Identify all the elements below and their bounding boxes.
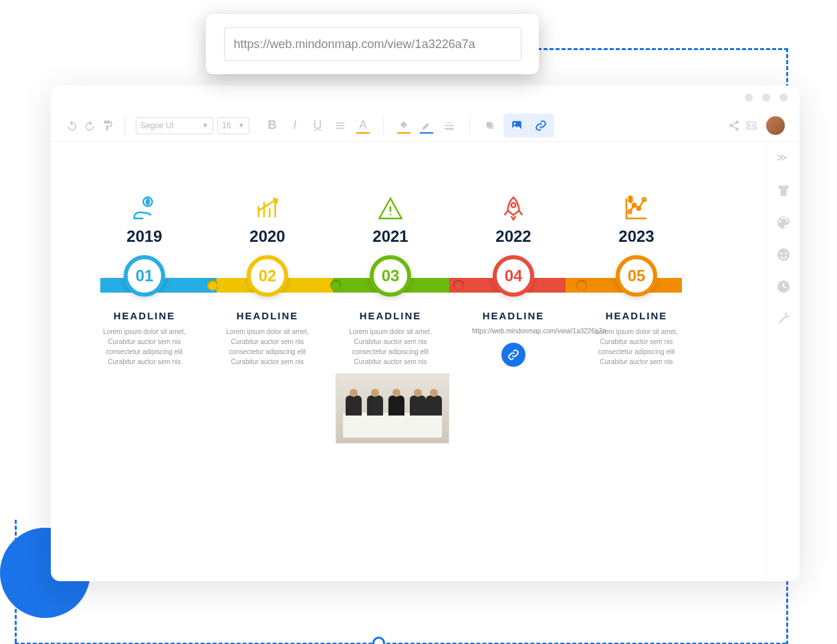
theme-tshirt-icon[interactable]: [776, 183, 791, 198]
timeline-year: 2022: [459, 227, 568, 246]
timeline-notch: [576, 280, 587, 291]
timeline-number: 05: [628, 267, 646, 285]
chevron-down-icon: ▼: [238, 122, 245, 129]
svg-point-17: [642, 198, 646, 201]
format-painter-button[interactable]: [100, 119, 114, 132]
warning-icon: [336, 192, 445, 224]
share-url-input[interactable]: [224, 27, 521, 61]
svg-point-7: [777, 249, 789, 261]
timeline-number-ring: 01: [124, 255, 165, 297]
undo-button[interactable]: [66, 119, 79, 132]
timeline-item[interactable]: 2021 03 HEADLINE Lorem ipsum dolor sit a…: [336, 192, 445, 546]
svg-rect-1: [488, 124, 493, 129]
timeline-number: 02: [259, 267, 277, 285]
align-button[interactable]: [331, 116, 350, 135]
timeline-body: Lorem ipsum dolor sit amet, Curabitur au…: [582, 327, 691, 367]
user-avatar[interactable]: [766, 116, 785, 135]
share-url-popup: [206, 14, 539, 74]
timeline-body: Lorem ipsum dolor sit amet, Curabitur au…: [336, 327, 445, 367]
font-family-select[interactable]: Segoe UI▼: [136, 117, 213, 134]
timeline-notch: [453, 280, 464, 291]
window-titlebar: [51, 86, 800, 110]
timeline-body: Lorem ipsum dolor sit amet, Curabitur au…: [90, 327, 199, 367]
connector-dot: [372, 637, 385, 644]
window-control-dot[interactable]: [745, 94, 753, 102]
timeline-number-ring: 05: [616, 255, 657, 297]
redo-button[interactable]: [83, 119, 96, 132]
timeline-number: 04: [505, 267, 523, 285]
collapse-panel-button[interactable]: ≫: [776, 151, 791, 166]
fill-color-button[interactable]: [394, 116, 413, 135]
toolbar-separator: [124, 116, 125, 136]
timeline-headline: HEADLINE: [459, 310, 568, 321]
svg-point-13: [511, 203, 516, 208]
font-color-button[interactable]: A: [354, 116, 372, 135]
dashed-connector: [15, 520, 17, 643]
svg-text:$: $: [628, 196, 632, 203]
timeline-year: 2019: [90, 227, 199, 246]
timeline-item[interactable]: $ 2023 05 HEADLINE Lorem ipsum dolor sit…: [582, 192, 691, 546]
editor-window: Segoe UI▼ 16▼ B I U A ≫: [51, 86, 800, 581]
inserted-image[interactable]: [336, 373, 449, 444]
active-insert-group: [503, 114, 554, 138]
timeline-number: 03: [382, 267, 400, 285]
svg-point-5: [729, 124, 733, 127]
chevron-down-icon: ▼: [202, 122, 209, 129]
border-color-button[interactable]: [417, 116, 436, 135]
svg-point-8: [780, 253, 782, 255]
svg-point-9: [785, 253, 787, 255]
insert-image-button[interactable]: [507, 116, 526, 135]
svg-text:$: $: [146, 198, 150, 205]
timeline-year: 2023: [582, 227, 691, 246]
svg-point-3: [514, 122, 516, 124]
bold-button[interactable]: B: [263, 116, 281, 135]
right-side-panel: ≫: [766, 142, 800, 581]
rocket-icon: [459, 192, 568, 224]
share-button[interactable]: [727, 119, 741, 132]
emoji-icon[interactable]: [776, 247, 791, 262]
timeline-columns: $ 2019 01 HEADLINE Lorem ipsum dolor sit…: [90, 192, 691, 546]
toolbar-separator: [469, 116, 470, 136]
insert-link-button[interactable]: [531, 116, 550, 135]
timeline-item[interactable]: 2022 04 HEADLINE https://web.mindonmap.c…: [459, 192, 568, 546]
analytics-icon: $: [582, 192, 691, 224]
font-size-select[interactable]: 16▼: [217, 117, 249, 134]
timeline-number-ring: 03: [370, 255, 411, 297]
italic-button[interactable]: I: [285, 116, 304, 135]
font-family-value: Segoe UI: [140, 121, 174, 130]
history-clock-icon[interactable]: [776, 279, 791, 294]
underline-button[interactable]: U: [308, 116, 327, 135]
timeline-year: 2021: [336, 227, 445, 246]
window-control-dot[interactable]: [762, 94, 770, 102]
timeline-body: Lorem ipsum dolor sit amet, Curabitur au…: [213, 327, 322, 367]
export-button[interactable]: [745, 119, 758, 132]
timeline-notch: [330, 280, 341, 291]
svg-point-6: [735, 128, 739, 131]
editor-toolbar: Segoe UI▼ 16▼ B I U A: [51, 110, 800, 142]
timeline-item[interactable]: $ 2019 01 HEADLINE Lorem ipsum dolor sit…: [90, 192, 199, 546]
line-style-button[interactable]: [440, 116, 459, 135]
layers-button[interactable]: [481, 116, 499, 135]
font-size-value: 16: [222, 121, 231, 130]
growth-chart-icon: [213, 192, 322, 224]
svg-point-4: [735, 120, 739, 124]
timeline-headline: HEADLINE: [336, 310, 445, 321]
timeline-number-ring: 04: [493, 255, 534, 297]
palette-icon[interactable]: [776, 215, 791, 230]
timeline-number: 01: [136, 267, 154, 285]
timeline-item[interactable]: 2020 02 HEADLINE Lorem ipsum dolor sit a…: [213, 192, 322, 546]
toolbar-separator: [383, 116, 384, 136]
timeline-notch: [207, 280, 218, 291]
timeline-headline: HEADLINE: [90, 310, 199, 321]
dashed-connector: [537, 48, 788, 50]
timeline-year: 2020: [213, 227, 322, 246]
timeline-number-ring: 02: [247, 255, 288, 297]
editor-canvas[interactable]: $ 2019 01 HEADLINE Lorem ipsum dolor sit…: [90, 192, 691, 546]
timeline-link-text: https://web.mindonmap.com/view/1a3226a7a: [459, 327, 568, 336]
settings-wrench-icon[interactable]: [776, 311, 791, 326]
timeline-headline: HEADLINE: [213, 310, 322, 321]
hand-money-icon: $: [90, 192, 199, 224]
link-badge-icon[interactable]: [501, 343, 525, 367]
window-control-dot[interactable]: [780, 94, 788, 102]
timeline-headline: HEADLINE: [582, 310, 691, 321]
